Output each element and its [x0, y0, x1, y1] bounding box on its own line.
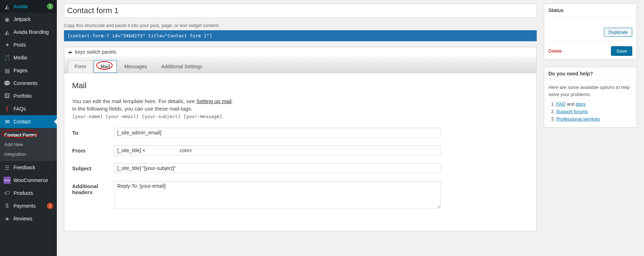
payments-icon: $: [4, 202, 11, 209]
submenu-label: Add New: [4, 142, 23, 147]
pages-icon: ▤: [4, 67, 11, 74]
sidebar-item-label: Avada Branding: [13, 29, 53, 35]
media-icon: 🎵: [4, 54, 11, 61]
sidebar-item-posts[interactable]: ✦ Posts: [0, 38, 57, 51]
sidebar-item-label: Media: [13, 55, 53, 60]
tab-mail[interactable]: Mail: [94, 60, 117, 73]
sidebar-item-comments[interactable]: 💬 Comments: [0, 77, 57, 90]
docs-link[interactable]: docs: [576, 101, 585, 107]
tab-additional-settings[interactable]: Additional Settings: [155, 60, 209, 73]
help-metabox: Do you need help? Here are some availabl…: [544, 67, 637, 128]
jetpack-icon: ◉: [4, 16, 11, 23]
sidebar-item-media[interactable]: 🎵 Media: [0, 51, 57, 64]
setting-up-mail-link[interactable]: Setting up mail: [196, 98, 232, 104]
help-link-item: Professional services: [556, 116, 632, 122]
sidebar-item-contact[interactable]: ✉ Contact: [0, 115, 57, 128]
status-metabox: Status Duplicate Delete Save: [544, 4, 637, 60]
sidebar-item-label: Pages: [13, 68, 53, 73]
tab-messages[interactable]: Messages: [118, 60, 154, 73]
sidebar-item-label: Portfolio: [13, 93, 53, 99]
left-right-arrows-icon: ◂▸: [68, 49, 73, 55]
faq-icon: ❗: [4, 105, 11, 112]
sidebar-item-label: Contact: [13, 119, 53, 124]
star-icon: ★: [4, 215, 11, 222]
delete-link[interactable]: Delete: [548, 48, 562, 54]
sidebar-item-label: Avada: [13, 4, 45, 9]
duplicate-button[interactable]: Duplicate: [604, 28, 632, 37]
field-row-from: From: [72, 145, 529, 155]
avada-logo-icon: ◭: [4, 28, 11, 36]
submenu-label: Contact Forms: [4, 132, 37, 138]
comments-icon: 💬: [4, 80, 11, 87]
sidebar-item-avada-branding[interactable]: ◭ Avada Branding: [0, 26, 57, 38]
help-link-item: Support forums: [556, 109, 632, 114]
help-link-item: FAQ and docs: [556, 101, 632, 107]
submenu-item-contact-forms[interactable]: Contact Forms: [0, 130, 57, 140]
right-column: Status Duplicate Delete Save Do you need…: [544, 0, 644, 256]
help-title: Do you need help?: [544, 67, 637, 80]
sidebar-item-label: Reviews: [13, 216, 53, 222]
sidebar-item-label: Payments: [13, 203, 45, 209]
faq-link[interactable]: FAQ: [556, 101, 565, 107]
sidebar-item-reviews[interactable]: ★ Reviews: [0, 212, 57, 225]
tabs-bar: Form Mail Messages Additional Settings: [64, 57, 537, 73]
alert-count-badge: 1: [47, 203, 53, 209]
field-row-to: To: [72, 128, 529, 138]
sidebar-item-pages[interactable]: ▤ Pages: [0, 64, 57, 77]
editor-panel: ◂▸ keys switch panels Form Mail Messages…: [64, 47, 537, 231]
feedback-icon: ☰: [4, 164, 11, 171]
sidebar-item-faqs[interactable]: ❗ FAQs: [0, 102, 57, 115]
sidebar-item-feedback[interactable]: ☰ Feedback: [0, 161, 57, 174]
help-links-list: FAQ and docs Support forums Professional…: [548, 101, 632, 122]
to-input[interactable]: [114, 128, 441, 138]
from-input[interactable]: [114, 145, 441, 155]
woocommerce-icon: woo: [4, 177, 11, 184]
submenu-label: Integration: [4, 151, 26, 157]
sidebar-item-woocommerce[interactable]: woo WooCommerce: [0, 174, 57, 187]
sidebar-item-avada[interactable]: ◭ Avada 1: [0, 0, 57, 13]
help-description: Here are some available options to help …: [548, 84, 632, 98]
tab-form[interactable]: Form: [68, 60, 93, 73]
save-button[interactable]: Save: [611, 46, 632, 56]
shortcode-help-text: Copy this shortcode and paste it into yo…: [64, 23, 537, 28]
portfolio-icon: 🖼: [4, 92, 11, 100]
sidebar-item-products[interactable]: 🏷 Products: [0, 187, 57, 199]
subject-input[interactable]: [114, 163, 441, 173]
field-row-headers: Additional headers Reply-To: [your-email…: [72, 181, 529, 209]
update-count-badge: 1: [47, 3, 53, 10]
support-forums-link[interactable]: Support forums: [556, 109, 588, 114]
mail-help-line-2: In the following fields, you can use the…: [72, 106, 529, 112]
admin-sidebar: ◭ Avada 1 ◉ Jetpack ◭ Avada Branding ✦ P…: [0, 0, 57, 256]
field-label: Additional headers: [72, 181, 114, 195]
field-row-subject: Subject: [72, 163, 529, 173]
sidebar-item-label: FAQs: [13, 106, 53, 112]
submenu-item-integration[interactable]: Integration: [0, 149, 57, 159]
mail-tags-list: [your-name] [your-email] [your-subject] …: [72, 114, 529, 119]
keys-switch-label: keys switch panels: [75, 49, 117, 55]
mail-panel: Mail You can edit the mail template here…: [64, 73, 537, 231]
tab-label: Mail: [101, 64, 110, 69]
field-label: To: [72, 128, 114, 136]
additional-headers-textarea[interactable]: Reply-To: [your-email]: [114, 181, 441, 209]
sidebar-submenu: Contact Forms Add New Integration: [0, 128, 57, 161]
main-content: Copy this shortcode and paste it into yo…: [57, 0, 544, 256]
sidebar-item-label: Products: [13, 190, 53, 196]
products-icon: 🏷: [4, 190, 11, 197]
form-title-input[interactable]: [64, 4, 537, 18]
sidebar-item-portfolio[interactable]: 🖼 Portfolio: [0, 90, 57, 102]
status-title: Status: [544, 4, 637, 17]
sidebar-item-jetpack[interactable]: ◉ Jetpack: [0, 13, 57, 26]
mail-heading: Mail: [72, 81, 529, 90]
pin-icon: ✦: [4, 41, 11, 48]
sidebar-item-label: WooCommerce: [13, 177, 53, 183]
professional-services-link[interactable]: Professional services: [556, 116, 600, 122]
avada-logo-icon: ◭: [4, 3, 11, 10]
sidebar-item-label: Posts: [13, 42, 53, 48]
submenu-item-add-new[interactable]: Add New: [0, 140, 57, 149]
shortcode-box[interactable]: [contact-form-7 id="34bd273" title="Cont…: [64, 30, 537, 41]
field-label: From: [72, 145, 114, 154]
field-label: Subject: [72, 163, 114, 171]
sidebar-item-label: Feedback: [13, 165, 53, 170]
mail-icon: ✉: [4, 118, 11, 125]
sidebar-item-payments[interactable]: $ Payments 1: [0, 199, 57, 212]
